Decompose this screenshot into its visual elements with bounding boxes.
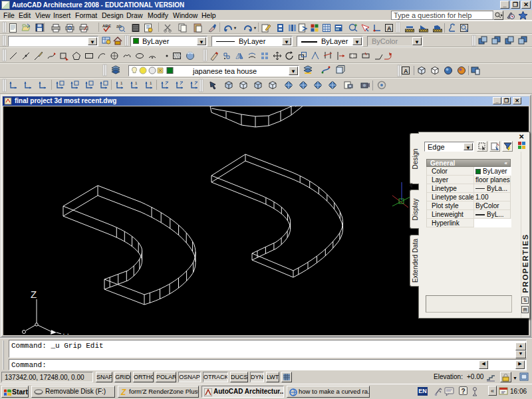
svg-text:ABC: ABC <box>102 24 112 28</box>
svg-text:A: A <box>404 68 408 74</box>
svg-text:A: A <box>387 25 392 32</box>
svg-text:1: 1 <box>150 81 152 85</box>
svg-text:1: 1 <box>135 81 138 85</box>
svg-text:1: 1 <box>120 81 123 85</box>
svg-text:▾: ▾ <box>233 26 237 30</box>
svg-text:▾: ▾ <box>253 26 257 30</box>
